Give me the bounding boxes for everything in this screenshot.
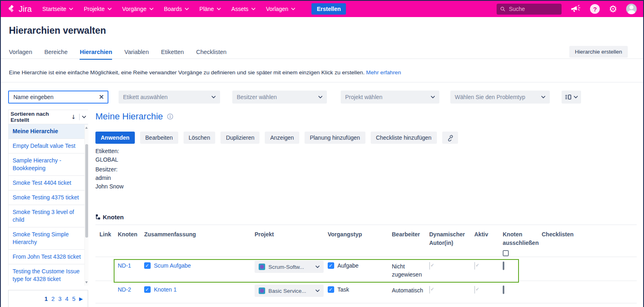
- add-checklist-button[interactable]: Checkliste hinzufügen: [371, 132, 437, 144]
- list-item[interactable]: Sample Hierarchy - Bookkeeping: [9, 154, 88, 176]
- tab-bereiche[interactable]: Bereiche: [44, 49, 67, 60]
- scroll-up-icon[interactable]: [85, 127, 88, 129]
- col-aktiv: Aktiv: [474, 228, 503, 257]
- chevron-down-icon: [185, 8, 189, 10]
- search-input[interactable]: [508, 5, 558, 13]
- list-item[interactable]: Smoke Testing 4375 ticket: [9, 190, 88, 205]
- owner-heading: Besitzer:: [95, 165, 123, 174]
- show-button[interactable]: Anzeigen: [265, 132, 299, 144]
- nav-item-plaene[interactable]: Pläne: [199, 6, 221, 12]
- list-item[interactable]: Empty Default value Test: [9, 139, 88, 154]
- scrollbar-thumb[interactable]: [85, 144, 88, 238]
- list-item[interactable]: Smoke Testing Simple Hierarchy: [9, 227, 88, 250]
- col-checklisten: Checklisten: [542, 228, 637, 257]
- issuetype-filter-select[interactable]: Wählen Sie den Problemtyp: [450, 91, 550, 104]
- list-item[interactable]: Smoke Test 4404 ticket: [9, 176, 88, 190]
- hierarchy-tree-icon: [95, 214, 101, 220]
- chevron-down-icon: [318, 96, 322, 98]
- scroll-down-icon[interactable]: [85, 281, 88, 283]
- next-page-icon[interactable]: ▶: [79, 296, 83, 302]
- summary-link[interactable]: Scum Aufgabe: [154, 262, 191, 269]
- issuetype-checkbox-checked[interactable]: [328, 262, 334, 269]
- page-1[interactable]: 1: [44, 296, 48, 302]
- issuetype-cell: Task: [328, 281, 392, 303]
- node-key[interactable]: ND-2: [118, 281, 144, 303]
- issuetype-cell: Aufgabe: [328, 257, 392, 281]
- exclude-checkbox[interactable]: [503, 285, 504, 294]
- copy-link-button[interactable]: [442, 132, 458, 144]
- user-avatar[interactable]: [626, 4, 637, 14]
- name-filter-input[interactable]: [13, 93, 99, 101]
- page-3[interactable]: 3: [58, 296, 62, 302]
- learn-more-link[interactable]: Mehr erfahren: [366, 69, 401, 76]
- node-key[interactable]: ND-1: [118, 257, 144, 281]
- page-4[interactable]: 4: [65, 296, 69, 302]
- nav-item-assets[interactable]: Assets: [231, 6, 255, 12]
- tab-hierarchien[interactable]: Hierarchien: [80, 49, 112, 60]
- summary-link[interactable]: Knoten 1: [154, 286, 177, 293]
- page-2[interactable]: 2: [51, 296, 54, 302]
- project-select[interactable]: Basic Service...: [255, 285, 324, 297]
- label-filter-select[interactable]: Etikett auswählen: [119, 91, 220, 104]
- gear-icon[interactable]: ⚙: [609, 4, 617, 14]
- clear-icon[interactable]: ✕: [99, 93, 104, 101]
- owner-filter-select[interactable]: Besitzer wählen: [232, 91, 327, 104]
- dynamic-author-checkbox-disabled: [429, 286, 430, 294]
- tab-etiketten[interactable]: Etiketten: [161, 49, 184, 60]
- list-item[interactable]: Meine Hierarchie: [9, 124, 88, 139]
- tab-variablen[interactable]: Variablen: [124, 49, 149, 60]
- summary-checkbox-checked[interactable]: [144, 286, 151, 293]
- exclude-all-checkbox[interactable]: [503, 250, 509, 256]
- chevron-down-icon: [69, 8, 73, 10]
- global-search[interactable]: [497, 4, 562, 15]
- delete-button[interactable]: Löschen: [184, 132, 216, 144]
- nav-item-vorlagen[interactable]: Vorlagen: [266, 6, 295, 12]
- hierarchy-title-row: Meine Hierarchie: [95, 111, 173, 122]
- col-bearbeiter: Bearbeiter: [392, 228, 429, 257]
- sort-control[interactable]: Sortieren nach Erstellt ↓: [8, 110, 88, 124]
- hierarchy-title: Meine Hierarchie: [95, 111, 163, 122]
- view-options-button[interactable]: [562, 91, 581, 104]
- owner-value: John Snow: [95, 182, 123, 191]
- sort-direction-icon[interactable]: ↓: [71, 114, 76, 120]
- assignee-cell: Automatisch: [392, 281, 429, 303]
- nav-item-boards[interactable]: Boards: [164, 6, 189, 12]
- nav-item-projekte[interactable]: Projekte: [84, 6, 111, 12]
- duplicate-button[interactable]: Duplizieren: [220, 132, 259, 144]
- tab-vorlagen[interactable]: Vorlagen: [9, 49, 32, 60]
- hierarchy-actions: Anwenden Bearbeiten Löschen Duplizieren …: [95, 132, 458, 144]
- section-divider: [95, 225, 637, 225]
- add-planning-button[interactable]: Planung hinzufügen: [305, 132, 365, 144]
- page-5[interactable]: 5: [72, 296, 76, 302]
- list-scrollbar[interactable]: [84, 125, 89, 285]
- col-vorgangstyp: Vorgangstyp: [328, 228, 392, 257]
- col-zusammenfassung: Zusammenfassung: [144, 228, 255, 257]
- table-header-row: Link Knoten Zusammenfassung Projekt Vorg…: [95, 228, 637, 257]
- edit-button[interactable]: Bearbeiten: [140, 132, 178, 144]
- chevron-down-icon: [541, 96, 545, 98]
- info-icon[interactable]: [167, 113, 173, 120]
- apply-button[interactable]: Anwenden: [95, 132, 135, 144]
- pagination: 1 2 3 4 5 ▶: [8, 290, 88, 307]
- summary-checkbox-checked[interactable]: [144, 262, 151, 269]
- exclude-checkbox[interactable]: [503, 262, 504, 270]
- search-icon: [500, 6, 505, 12]
- list-item[interactable]: Testing the Custome Issue type for 4328 …: [9, 264, 88, 285]
- help-icon[interactable]: ?: [590, 4, 600, 14]
- project-select[interactable]: Scrum-Softw...: [255, 261, 324, 273]
- project-filter-select[interactable]: Projekt wählen: [341, 91, 439, 104]
- create-hierarchy-button[interactable]: Hierarchie erstellen: [569, 46, 628, 58]
- project-cell: Scrum-Softw...: [255, 257, 328, 281]
- list-item[interactable]: From John Test 4328 ticket: [9, 250, 88, 264]
- list-item[interactable]: Smoke Testing 3 level of child: [9, 205, 88, 227]
- jira-logo-icon: [7, 4, 16, 13]
- megaphone-icon[interactable]: [571, 4, 581, 14]
- tab-checklisten[interactable]: Checklisten: [196, 49, 227, 60]
- nav-item-vorgaenge[interactable]: Vorgänge: [122, 6, 153, 12]
- chevron-down-icon: [431, 96, 435, 98]
- jira-logo[interactable]: Jira: [7, 4, 32, 14]
- nav-item-startseite[interactable]: Startseite: [42, 6, 73, 12]
- chevron-down-icon[interactable]: [82, 116, 86, 118]
- issuetype-checkbox-checked[interactable]: [328, 286, 334, 293]
- create-button[interactable]: Erstellen: [311, 3, 346, 15]
